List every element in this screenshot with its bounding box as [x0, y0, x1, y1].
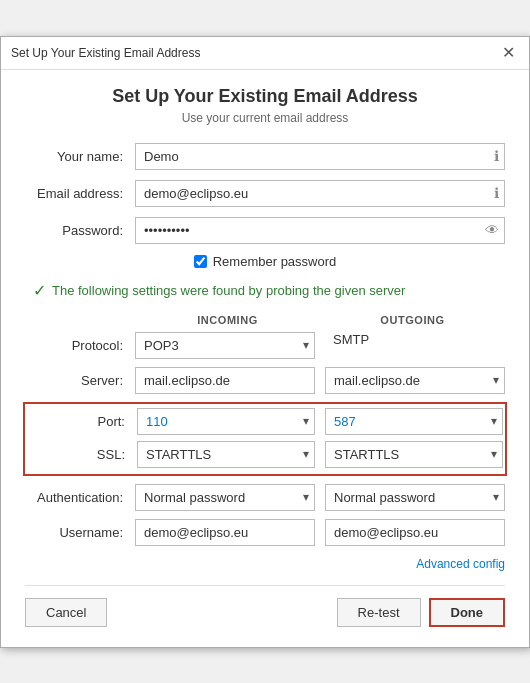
server-header-row: INCOMING OUTGOING [25, 314, 505, 326]
outgoing-server-select[interactable]: mail.eclipso.de [325, 367, 505, 394]
password-input[interactable] [135, 217, 505, 244]
username-row: Username: [25, 519, 505, 546]
dialog: Set Up Your Existing Email Address ✕ Set… [0, 36, 530, 648]
email-label: Email address: [25, 186, 135, 201]
info-icon-name: ℹ [494, 148, 499, 164]
incoming-header: INCOMING [135, 314, 320, 326]
incoming-auth-select[interactable]: Normal password Encrypted password Kerbe… [135, 484, 315, 511]
ssl-cols: STARTTLS SSL/TLS None STARTTLS SSL/TLS N… [137, 441, 503, 468]
protocol-cols: POP3 IMAP SMTP [135, 332, 505, 359]
probing-message: The following settings were found by pro… [52, 283, 405, 298]
email-input[interactable] [135, 180, 505, 207]
server-header-spacer [25, 314, 135, 326]
title-bar: Set Up Your Existing Email Address ✕ [1, 37, 529, 70]
outgoing-username-input[interactable] [325, 519, 505, 546]
ssl-label: SSL: [27, 447, 137, 462]
probing-row: ✓ The following settings were found by p… [25, 281, 505, 300]
incoming-auth-col: Normal password Encrypted password Kerbe… [135, 484, 315, 511]
title-bar-text: Set Up Your Existing Email Address [11, 46, 200, 60]
protocol-row: Protocol: POP3 IMAP SMTP [25, 332, 505, 359]
outgoing-protocol-col: SMTP [325, 332, 505, 359]
dialog-header: Set Up Your Existing Email Address Use y… [25, 86, 505, 125]
port-cols: 110 995 587 465 25 [137, 408, 503, 435]
auth-cols: Normal password Encrypted password Kerbe… [135, 484, 505, 511]
incoming-protocol-select[interactable]: POP3 IMAP [135, 332, 315, 359]
password-wrapper: 👁 [135, 217, 505, 244]
port-row: Port: 110 995 587 4 [27, 408, 503, 435]
server-label: Server: [25, 373, 135, 388]
outgoing-username-col [325, 519, 505, 546]
server-cols: mail.eclipso.de [135, 367, 505, 394]
incoming-username-input[interactable] [135, 519, 315, 546]
remember-row: Remember password [25, 254, 505, 269]
password-row: Password: 👁 [25, 217, 505, 244]
outgoing-protocol-static: SMTP [325, 327, 377, 352]
incoming-ssl-col: STARTTLS SSL/TLS None [137, 441, 315, 468]
cancel-button[interactable]: Cancel [25, 598, 107, 627]
incoming-ssl-select[interactable]: STARTTLS SSL/TLS None [137, 441, 315, 468]
ssl-row: SSL: STARTTLS SSL/TLS None [27, 441, 503, 468]
button-row: Cancel Re-test Done [25, 585, 505, 631]
advanced-config-row: Advanced config [25, 556, 505, 571]
server-row: Server: mail.eclipso.de [25, 367, 505, 394]
advanced-config-link[interactable]: Advanced config [416, 557, 505, 571]
incoming-username-col [135, 519, 315, 546]
right-buttons: Re-test Done [337, 598, 505, 627]
outgoing-auth-col: Normal password Encrypted password Kerbe… [325, 484, 505, 511]
outgoing-auth-select[interactable]: Normal password Encrypted password Kerbe… [325, 484, 505, 511]
username-label: Username: [25, 525, 135, 540]
highlighted-section: Port: 110 995 587 4 [23, 402, 507, 476]
outgoing-ssl-col: STARTTLS SSL/TLS None [325, 441, 503, 468]
outgoing-ssl-select[interactable]: STARTTLS SSL/TLS None [325, 441, 503, 468]
probing-check-icon: ✓ [33, 281, 46, 300]
auth-label: Authentication: [25, 490, 135, 505]
port-label: Port: [27, 414, 137, 429]
dialog-body: Set Up Your Existing Email Address Use y… [1, 70, 529, 647]
server-section: INCOMING OUTGOING Protocol: POP3 IMAP SM… [25, 314, 505, 546]
your-name-input[interactable] [135, 143, 505, 170]
incoming-server-col [135, 367, 315, 394]
your-name-wrapper: ℹ [135, 143, 505, 170]
dialog-title: Set Up Your Existing Email Address [25, 86, 505, 107]
remember-label[interactable]: Remember password [213, 254, 337, 269]
incoming-server-input[interactable] [135, 367, 315, 394]
password-toggle-icon[interactable]: 👁 [485, 222, 499, 238]
info-icon-email: ℹ [494, 185, 499, 201]
your-name-row: Your name: ℹ [25, 143, 505, 170]
outgoing-server-col: mail.eclipso.de [325, 367, 505, 394]
protocol-label: Protocol: [25, 338, 135, 353]
username-cols [135, 519, 505, 546]
outgoing-header: OUTGOING [320, 314, 505, 326]
password-label: Password: [25, 223, 135, 238]
dialog-subtitle: Use your current email address [25, 111, 505, 125]
highlighted-inner: Port: 110 995 587 4 [25, 408, 505, 468]
remember-checkbox[interactable] [194, 255, 207, 268]
email-row: Email address: ℹ [25, 180, 505, 207]
close-button[interactable]: ✕ [498, 43, 519, 63]
outgoing-port-col: 587 465 25 [325, 408, 503, 435]
done-button[interactable]: Done [429, 598, 506, 627]
outgoing-port-select[interactable]: 587 465 25 [325, 408, 503, 435]
incoming-protocol-col: POP3 IMAP [135, 332, 315, 359]
email-wrapper: ℹ [135, 180, 505, 207]
incoming-port-select[interactable]: 110 995 [137, 408, 315, 435]
incoming-port-col: 110 995 [137, 408, 315, 435]
auth-row: Authentication: Normal password Encrypte… [25, 484, 505, 511]
your-name-label: Your name: [25, 149, 135, 164]
retest-button[interactable]: Re-test [337, 598, 421, 627]
